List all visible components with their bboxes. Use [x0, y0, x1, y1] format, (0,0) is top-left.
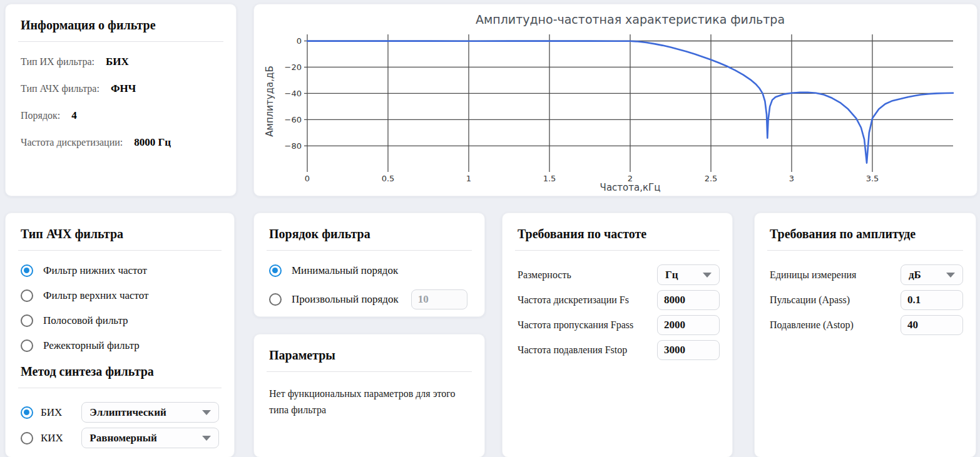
radio-custom-order[interactable]	[269, 293, 282, 306]
svg-text:−60: −60	[285, 115, 302, 124]
svg-text:−40: −40	[285, 89, 302, 98]
info-value: ФНЧ	[111, 83, 136, 94]
divider	[267, 371, 472, 372]
info-value: 4	[71, 109, 77, 121]
field-label: Единицы измерения	[770, 269, 901, 281]
svg-text:0: 0	[305, 174, 310, 183]
radio-icon	[21, 314, 33, 327]
no-parameters-message: Нет функциональных параметров для этого …	[269, 386, 469, 418]
amplitude-requirements-card: Требования по амплитуде Единицы измерени…	[754, 213, 976, 457]
radio-label: Фильтр нижних частот	[43, 264, 147, 277]
radio-label: Фильтр верхних частот	[43, 289, 148, 302]
svg-text:1: 1	[466, 174, 471, 183]
radio-bandpass[interactable]: Полосовой фильтр	[21, 314, 219, 327]
radio-icon	[21, 289, 33, 302]
method-row-iir: БИХ Эллиптический	[21, 402, 219, 423]
info-row-sampling-rate: Частота дискретизации: 8000 Гц	[21, 136, 221, 149]
select-value: Гц	[665, 269, 703, 281]
radio-icon	[21, 339, 33, 352]
radio-lowpass[interactable]: Фильтр нижних частот	[21, 264, 219, 277]
fs-input[interactable]	[657, 290, 720, 310]
field-label: Частота подавления Fstop	[518, 344, 657, 356]
divider	[18, 250, 222, 251]
svg-text:Амплитуда,дБ: Амплитуда,дБ	[264, 66, 275, 136]
custom-order-input[interactable]	[411, 289, 467, 309]
svg-text:−80: −80	[285, 141, 302, 151]
fpass-input[interactable]	[657, 315, 720, 335]
parameters-card: Параметры Нет функциональных параметров …	[253, 334, 485, 457]
apass-input[interactable]	[901, 290, 963, 310]
divider	[515, 250, 720, 251]
card-title: Порядок фильтра	[269, 227, 472, 241]
amplitude-units-select[interactable]: дБ	[901, 264, 963, 285]
radio-label: БИХ	[41, 406, 74, 419]
svg-text:3: 3	[789, 174, 794, 183]
synthesis-method-title: Метод синтеза фильтра	[21, 364, 222, 379]
radio-label: Минимальный порядок	[292, 264, 398, 277]
select-value: дБ	[909, 269, 946, 281]
info-row-order: Порядок: 4	[21, 109, 221, 122]
info-label: Тип ИХ фильтра:	[21, 56, 94, 67]
fstop-input[interactable]	[657, 340, 720, 360]
field-row-amp-units: Единицы измерения дБ	[770, 264, 963, 285]
field-row-fpass: Частота пропускания Fpass	[518, 315, 720, 335]
fir-method-select[interactable]: Равномерный	[81, 428, 219, 448]
frequency-response-chart-card: 0−20−40−60−8000.511.522.533.5Амплитудно-…	[253, 4, 977, 196]
chevron-down-icon	[946, 273, 955, 278]
field-row-apass: Пульсации (Apass)	[770, 290, 963, 310]
astop-input[interactable]	[901, 315, 963, 335]
field-label: Размерность	[518, 269, 657, 281]
card-title: Параметры	[269, 348, 472, 363]
radio-selected-icon	[269, 264, 282, 277]
field-label: Частота пропускания Fpass	[518, 319, 657, 331]
radio-selected-icon	[21, 264, 33, 277]
field-row-fs: Частота дискретизации Fs	[518, 290, 720, 310]
divider	[767, 250, 963, 251]
card-title: Требования по частоте	[518, 227, 720, 241]
radio-label: КИХ	[41, 432, 74, 444]
svg-text:Амплитудно-частотная характери: Амплитудно-частотная характеристика филь…	[476, 13, 785, 26]
svg-text:0.5: 0.5	[382, 174, 395, 183]
field-label: Подавление (Astop)	[770, 319, 901, 331]
chevron-down-icon	[202, 436, 211, 441]
chevron-down-icon	[202, 410, 211, 415]
info-value: БИХ	[106, 56, 129, 68]
frequency-units-select[interactable]: Гц	[657, 264, 720, 285]
card-title: Информация о фильтре	[21, 18, 223, 33]
field-row-astop: Подавление (Astop)	[770, 315, 963, 335]
radio-custom-order-row: Произвольный порядок	[269, 289, 469, 309]
field-row-units: Размерность Гц	[518, 264, 720, 285]
field-label: Пульсации (Apass)	[770, 294, 901, 306]
radio-minimum-order[interactable]: Минимальный порядок	[269, 264, 469, 277]
info-label: Частота дискретизации:	[21, 137, 123, 148]
divider	[267, 250, 472, 251]
info-label: Тип АЧХ фильтра:	[21, 83, 100, 94]
select-value: Равномерный	[89, 432, 202, 444]
radio-highpass[interactable]: Фильтр верхних частот	[21, 289, 219, 302]
iir-method-select[interactable]: Эллиптический	[81, 402, 219, 423]
method-row-fir: КИХ Равномерный	[21, 428, 219, 448]
filter-order-card: Порядок фильтра Минимальный порядок Прои…	[253, 213, 485, 317]
field-row-fstop: Частота подавления Fstop	[518, 340, 720, 360]
field-label: Частота дискретизации Fs	[518, 294, 657, 306]
svg-text:−20: −20	[285, 63, 302, 72]
card-title: Тип АЧХ фильтра	[21, 227, 222, 241]
svg-text:Частота,кГц: Частота,кГц	[600, 182, 661, 193]
filter-type-card: Тип АЧХ фильтра Фильтр нижних частот Фил…	[5, 213, 235, 457]
select-value: Эллиптический	[89, 406, 202, 419]
info-row-ir-type: Тип ИХ фильтра: БИХ	[21, 56, 221, 68]
info-row-response-type: Тип АЧХ фильтра: ФНЧ	[21, 83, 221, 95]
info-label: Порядок:	[21, 110, 60, 121]
radio-label: Произвольный порядок	[292, 293, 399, 306]
radio-fir[interactable]	[21, 432, 33, 444]
radio-bandstop[interactable]: Режекторный фильтр	[21, 339, 219, 352]
filter-info-card: Информация о фильтре Тип ИХ фильтра: БИХ…	[5, 4, 237, 196]
frequency-requirements-card: Требования по частоте Размерность Гц Час…	[502, 213, 733, 457]
frequency-response-chart: 0−20−40−60−8000.511.522.533.5Амплитудно-…	[254, 4, 978, 197]
info-value: 8000 Гц	[134, 136, 171, 148]
svg-text:1.5: 1.5	[543, 174, 556, 183]
divider	[18, 388, 222, 388]
radio-iir[interactable]	[21, 406, 33, 419]
card-title: Требования по амплитуде	[770, 227, 963, 241]
chevron-down-icon	[703, 273, 712, 278]
